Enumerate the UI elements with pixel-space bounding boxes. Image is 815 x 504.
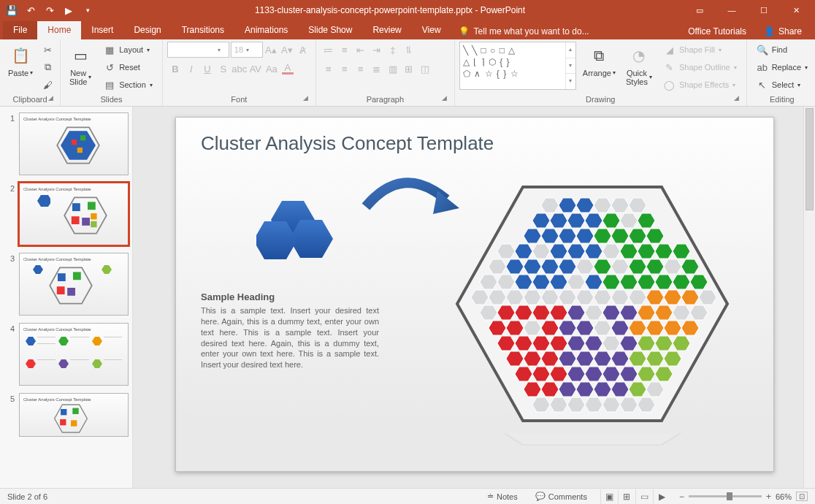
drawing-launcher[interactable]: ◢ <box>732 94 742 104</box>
hex-diagram[interactable] <box>424 176 746 454</box>
notes-button[interactable]: ≐Notes <box>483 490 522 503</box>
indent-dec-button[interactable]: ⇤ <box>353 42 369 58</box>
honeycomb-hexagon <box>454 183 731 424</box>
shadow-button[interactable]: S <box>215 61 232 77</box>
shape-outline-button[interactable]: ✎Shape Outline▾ <box>659 59 742 75</box>
slide-thumbnail-2[interactable]: Cluster Analysis Concept Template <box>19 183 129 245</box>
shape-fill-button[interactable]: ◢Shape Fill▾ <box>659 42 742 58</box>
clipboard-launcher[interactable]: ◢ <box>45 94 56 104</box>
gallery-more-button[interactable]: ▾ <box>566 74 575 89</box>
tab-animations[interactable]: Animations <box>234 21 298 39</box>
qat-customize-button[interactable]: ▾ <box>79 1 96 19</box>
underline-button[interactable]: U <box>199 61 215 77</box>
justify-button[interactable]: ≣ <box>369 61 385 77</box>
strike-button[interactable]: abc <box>232 61 248 77</box>
text-direction-button[interactable]: ⥮ <box>401 42 417 58</box>
clear-format-button[interactable]: A̷ <box>295 42 311 58</box>
paste-button[interactable]: 📋 Paste▾ <box>4 42 37 80</box>
slide-editor[interactable]: Cluster Analysis Concept Template Sample… <box>133 107 815 488</box>
replace-button[interactable]: abReplace▾ <box>751 59 813 75</box>
grow-font-button[interactable]: A▴ <box>263 42 279 58</box>
tab-home[interactable]: Home <box>37 21 81 39</box>
office-tutorials-link[interactable]: Office Tutorials <box>681 23 754 39</box>
save-button[interactable]: 💾 <box>3 1 20 19</box>
smartart-button[interactable]: ◫ <box>417 61 433 77</box>
title-bar: 💾 ↶ ↷ ▶ ▾ 1133-cluster-analysis-concept-… <box>0 0 815 20</box>
slide-thumbnail-1[interactable]: Cluster Analysis Concept Template <box>19 112 129 175</box>
gallery-up-button[interactable]: ▴ <box>566 42 575 58</box>
font-color-button[interactable]: A <box>280 61 296 77</box>
slide-thumbnail-4[interactable]: Cluster Analysis Concept Template <box>19 323 129 386</box>
select-button[interactable]: ↖Select▾ <box>751 77 813 93</box>
close-button[interactable]: ✕ <box>780 0 812 20</box>
paragraph-launcher[interactable]: ◢ <box>440 94 450 104</box>
slide-count-label[interactable]: Slide 2 of 6 <box>7 492 47 501</box>
reading-view-button[interactable]: ▭ <box>635 489 653 504</box>
scrollbar-thumb[interactable] <box>806 108 814 210</box>
redo-button[interactable]: ↷ <box>41 1 58 19</box>
workspace: 1 Cluster Analysis Concept Template 2 Cl… <box>0 107 815 488</box>
zoom-slider[interactable] <box>689 495 762 497</box>
ribbon-options-button[interactable]: ▭ <box>684 0 716 20</box>
find-button[interactable]: 🔍Find <box>751 42 813 58</box>
align-text-button[interactable]: ⊞ <box>401 61 417 77</box>
case-button[interactable]: Aa <box>264 61 280 77</box>
bullets-button[interactable]: ≔ <box>321 42 337 58</box>
normal-view-button[interactable]: ▣ <box>600 489 618 504</box>
indent-inc-button[interactable]: ⇥ <box>369 42 385 58</box>
shape-effects-button[interactable]: ◯Shape Effects▾ <box>659 77 742 93</box>
slide-canvas[interactable]: Cluster Analysis Concept Template Sample… <box>175 117 774 472</box>
bold-button[interactable]: B <box>167 61 183 77</box>
tab-transitions[interactable]: Transitions <box>172 21 234 39</box>
cut-button[interactable]: ✂ <box>39 42 56 58</box>
comments-button[interactable]: 💬Comments <box>531 490 592 503</box>
zoom-in-button[interactable]: + <box>766 492 771 502</box>
reset-button[interactable]: ↺Reset <box>99 59 158 75</box>
tab-insert[interactable]: Insert <box>81 21 123 39</box>
font-launcher[interactable]: ◢ <box>301 94 311 104</box>
slide-text-block[interactable]: Sample Heading This is a sample text. In… <box>201 291 379 370</box>
tell-me-search[interactable]: 💡 Tell me what you want to do... <box>451 23 597 39</box>
layout-button[interactable]: ▦Layout▾ <box>99 42 158 58</box>
gallery-down-button[interactable]: ▾ <box>566 58 575 75</box>
fit-to-window-button[interactable]: ⊡ <box>796 492 808 501</box>
format-painter-button[interactable]: 🖌 <box>39 77 56 93</box>
font-size-combo[interactable]: 18▾ <box>231 42 263 58</box>
maximize-button[interactable]: ☐ <box>748 0 780 20</box>
tab-review[interactable]: Review <box>362 21 411 39</box>
align-left-button[interactable]: ≡ <box>321 61 337 77</box>
shrink-font-button[interactable]: A▾ <box>279 42 295 58</box>
thumb-number: 5 <box>7 393 15 437</box>
copy-button[interactable]: ⧉ <box>39 59 56 75</box>
new-slide-button[interactable]: ▭ New Slide▾ <box>65 42 96 88</box>
line-spacing-button[interactable]: ‡ <box>385 42 401 58</box>
font-family-combo[interactable]: ▾ <box>167 42 229 58</box>
shapes-gallery[interactable]: ╲ ╲ □ ○ □ △ △ ⌊ ⌉ ⬡ { } ⬠ ∧ ☆ { } ☆ ▴ ▾ … <box>459 42 576 90</box>
tab-view[interactable]: View <box>412 21 451 39</box>
sorter-view-button[interactable]: ⊞ <box>618 489 635 504</box>
italic-button[interactable]: I <box>183 61 199 77</box>
thumbnail-panel[interactable]: 1 Cluster Analysis Concept Template 2 Cl… <box>0 107 133 488</box>
start-from-beginning-button[interactable]: ▶ <box>60 1 77 19</box>
zoom-level-label[interactable]: 66% <box>776 492 792 501</box>
slide-thumbnail-5[interactable]: Cluster Analysis Concept Template <box>19 393 129 437</box>
section-button[interactable]: ▤Section▾ <box>99 77 158 93</box>
share-button[interactable]: 👤Share <box>757 23 809 39</box>
minimize-button[interactable]: — <box>716 0 748 20</box>
columns-button[interactable]: ▥ <box>385 61 401 77</box>
tab-file[interactable]: File <box>3 21 37 39</box>
editor-vertical-scrollbar[interactable] <box>803 107 815 488</box>
slideshow-view-button[interactable]: ▶ <box>653 489 670 504</box>
slide-thumbnail-3[interactable]: Cluster Analysis Concept Template <box>19 253 129 316</box>
quick-styles-button[interactable]: ◔ Quick Styles▾ <box>622 42 656 88</box>
tab-slideshow[interactable]: Slide Show <box>298 21 362 39</box>
spacing-button[interactable]: AV <box>248 61 264 77</box>
align-center-button[interactable]: ≡ <box>337 61 353 77</box>
align-right-button[interactable]: ≡ <box>353 61 369 77</box>
arrange-button[interactable]: ⧉ Arrange▾ <box>579 42 619 80</box>
tab-design[interactable]: Design <box>123 21 171 39</box>
numbering-button[interactable]: ≡ <box>337 42 353 58</box>
zoom-out-button[interactable]: − <box>679 492 684 502</box>
undo-button[interactable]: ↶ <box>22 1 39 19</box>
slide-title[interactable]: Cluster Analysis Concept Template <box>201 132 494 155</box>
